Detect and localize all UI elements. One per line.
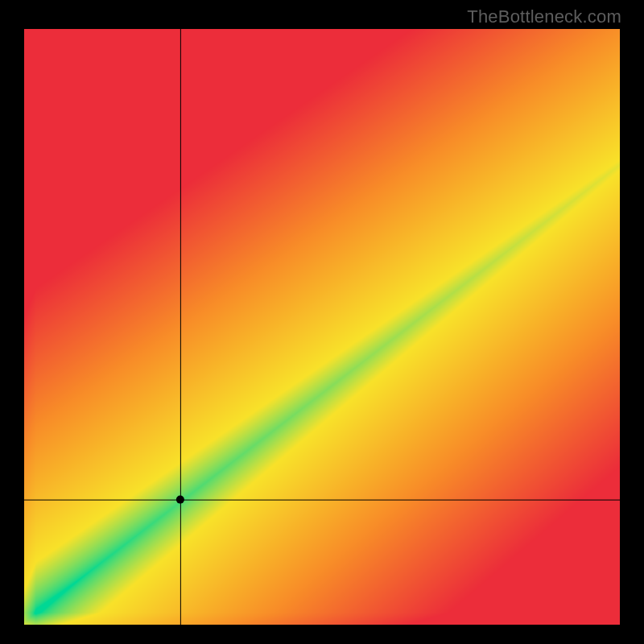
- bottleneck-heatmap: [24, 29, 620, 625]
- watermark-text: TheBottleneck.com: [467, 6, 621, 27]
- plot-area: [24, 29, 620, 625]
- chart-frame: TheBottleneck.com: [0, 0, 644, 644]
